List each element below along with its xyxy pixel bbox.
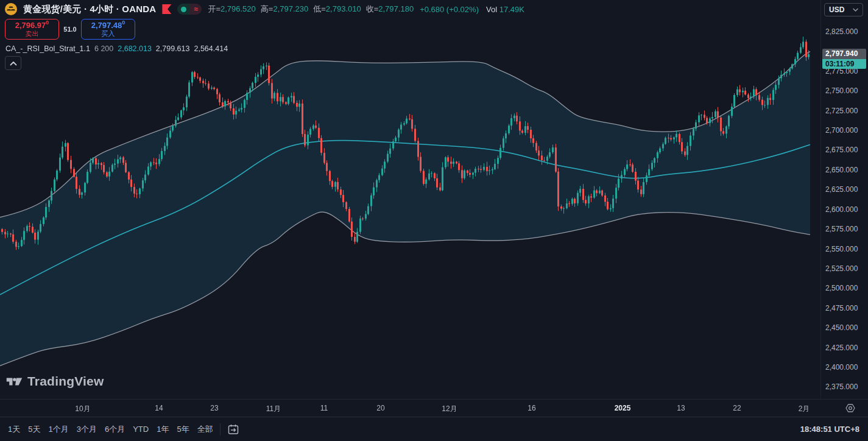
price-tick-label: 2,400.000 [825,362,858,372]
price-chart-canvas[interactable] [0,0,820,399]
volume-label: Vol [486,5,497,14]
date-range-switcher: 1天5天1个月3个月6个月YTD1年5年全部 [0,424,213,435]
price-tick-label: 2,500.000 [825,283,858,293]
price-tick-label: 2,375.000 [825,382,858,392]
price-tick-label: 2,525.000 [825,264,858,273]
tradingview-logo-text: TradingView [27,374,104,389]
time-tick-label: 14 [155,404,163,412]
range-button[interactable]: 3个月 [77,424,97,435]
time-tick-label: 11月 [266,404,281,414]
range-button[interactable]: 1个月 [48,424,68,435]
price-tick-label: 2,475.000 [825,303,858,313]
time-tick-label: 16 [528,404,535,412]
time-tick-label: 2025 [615,404,631,412]
price-tick-label: 2,725.000 [825,106,858,116]
price-tick-label: 2,625.000 [825,185,858,194]
buy-price: 2,797.480 [91,21,125,30]
bottom-toolbar: 1天5天1个月3个月6个月YTD1年5年全部 18:48:51 UTC+8 [0,417,868,441]
price-tick-label: 2,825.000 [825,27,858,37]
price-tick-label: 2,675.000 [825,145,858,155]
time-axis[interactable]: 10月142311月112012月16202513222月 [0,399,868,417]
time-tick-label: 11 [320,404,328,412]
buy-label: 买入 [102,30,115,38]
range-button[interactable]: 全部 [197,424,213,435]
price-tick-label: 2,450.000 [825,323,858,333]
volume-value: 17.49K [499,5,524,14]
indicator-values: 2,682.0132,799.6132,564.414 [118,44,228,53]
ohlc-item: 收=2,797.180 [366,4,414,15]
symbol-title[interactable]: 黄金现货/美元 · 4小时 · OANDA [23,4,156,15]
toolbar-divider [220,423,221,436]
indicator-params: 6 200 [94,44,113,53]
spread-value: 51.0 [59,26,81,33]
range-button[interactable]: 5年 [177,424,189,435]
range-button[interactable]: 1天 [8,424,20,435]
time-tick-label: 10月 [75,404,90,414]
price-tick-label: 2,550.000 [825,244,858,254]
market-status-toggle[interactable]: ≈ [177,4,202,15]
tradingview-chart-window: TradingView 黄金现货/美元 · 4小时 · OANDA ≈ 开=2,… [0,0,868,441]
price-tick-label: 2,575.000 [825,224,858,234]
volume: Vol 17.49K [486,5,524,14]
trade-panel: 2,796.970 卖出 51.0 2,797.480 买入 [5,19,135,40]
ohlc-item: 开=2,796.520 [208,4,255,15]
tradingview-watermark[interactable]: TradingView [6,374,104,389]
price-axis[interactable]: USD 2,825.0002,775.0002,750.0002,725.000… [820,0,868,399]
chevron-down-icon [853,8,858,12]
indicator-value: 2,564.414 [194,44,228,53]
range-button[interactable]: 1年 [157,424,169,435]
tradingview-logo-icon [6,375,23,389]
currency-selector[interactable]: USD [824,3,863,16]
range-button[interactable]: YTD [133,425,149,434]
ohlc-item: 低=2,793.010 [313,4,361,15]
ohlc-values: 开=2,796.520高=2,797.230低=2,793.010收=2,797… [208,4,414,15]
sell-button[interactable]: 2,796.970 卖出 [5,19,59,40]
currency-value: USD [829,5,844,14]
collapse-legend-button[interactable] [5,56,21,70]
price-tick-label: 2,650.000 [825,165,858,175]
price-tick-label: 2,750.000 [825,86,858,96]
time-tick-label: 12月 [442,404,457,414]
clock-timezone[interactable]: 18:48:51 UTC+8 [800,425,868,434]
gold-symbol-icon [5,3,17,15]
buy-button[interactable]: 2,797.480 买入 [81,19,135,40]
approx-values-icon: ≈ [190,4,202,15]
time-tick-label: 2月 [799,404,810,414]
sell-price: 2,796.970 [15,21,49,30]
range-button[interactable]: 6个月 [105,424,125,435]
go-to-date-icon[interactable] [227,423,239,436]
time-tick-label: 22 [733,404,741,412]
ohlc-item: 高=2,797.230 [261,4,308,15]
time-tick-label: 23 [210,404,218,412]
sell-label: 卖出 [26,30,39,38]
time-tick-label: 13 [677,404,685,412]
market-open-dot-icon [177,4,190,15]
indicator-name[interactable]: CA_-_RSI_Bol_Strat_1.1 [5,44,90,53]
price-change: +0.680 (+0.02%) [420,5,479,14]
indicator-value: 2,799.613 [156,44,190,53]
price-tick-label: 2,600.000 [825,205,858,214]
bar-countdown-label: 03:11:09 [822,59,866,69]
time-tick-label: 20 [376,404,384,412]
price-tick-label: 2,700.000 [825,125,858,135]
indicator-legend: CA_-_RSI_Bol_Strat_1.1 6 200 2,682.0132,… [5,44,228,53]
oanda-broker-icon [162,4,171,14]
price-tick-label: 2,425.000 [825,343,858,353]
last-price-label: 2,797.940 [822,49,866,59]
chevron-up-icon [10,61,17,66]
axis-settings-gear-icon[interactable] [845,403,856,414]
indicator-value: 2,682.013 [118,44,152,53]
symbol-header: 黄金现货/美元 · 4小时 · OANDA ≈ 开=2,796.520高=2,7… [5,2,524,16]
range-button[interactable]: 5天 [28,424,40,435]
